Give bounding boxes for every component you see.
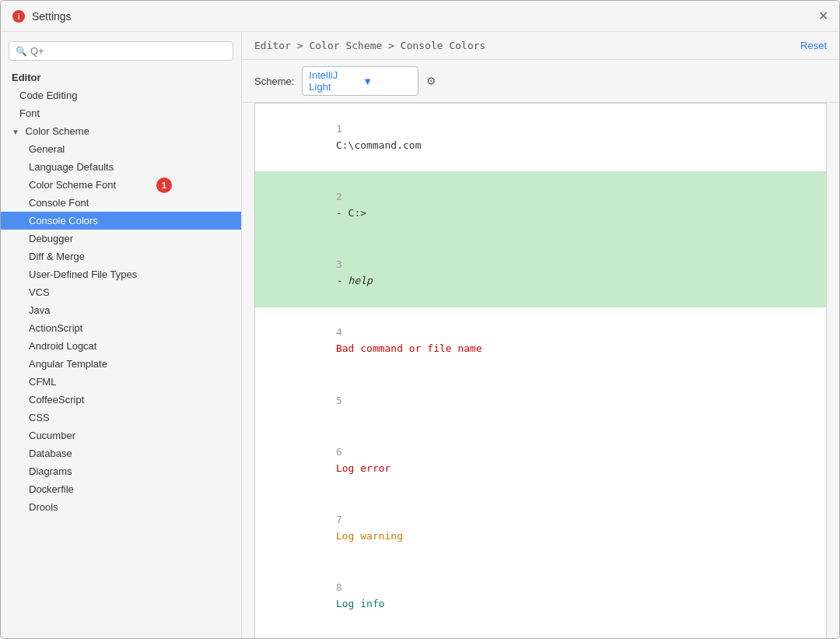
search-input[interactable]: [30, 45, 226, 57]
window-title: Settings: [32, 10, 72, 23]
line-num-1: 1: [336, 123, 342, 135]
sidebar-item-language-defaults[interactable]: Language Defaults: [1, 158, 241, 176]
main-area: Editor > Color Scheme > Console Colors R…: [242, 32, 839, 638]
sidebar-item-color-scheme-font[interactable]: Color Scheme Font 1: [1, 176, 241, 194]
sidebar-editor-header: Editor: [1, 68, 241, 86]
sidebar-item-css[interactable]: CSS: [1, 409, 241, 427]
line-num-4: 4: [336, 326, 342, 338]
search-icon: 🔍: [16, 46, 27, 57]
preview-line-4: 4 Bad command or file name: [255, 307, 826, 375]
sidebar-item-cucumber[interactable]: Cucumber: [1, 427, 241, 444]
preview-line-5: 5: [255, 375, 826, 427]
sidebar-item-console-font[interactable]: Console Font: [1, 194, 241, 212]
preview-line-6: 6 Log error: [255, 427, 826, 494]
app-icon: i: [12, 9, 26, 23]
preview-line-1: 1 C:\command.com: [255, 104, 826, 171]
breadcrumb: Editor > Color Scheme > Console Colors: [254, 40, 485, 51]
content-area: 🔍 Editor Code Editing Font ▼ Color Schem…: [1, 32, 839, 638]
sidebar-item-debugger[interactable]: Debugger: [1, 230, 241, 248]
sidebar-item-android-logcat[interactable]: Android Logcat: [1, 337, 241, 355]
sidebar-item-cfml[interactable]: CFML: [1, 373, 241, 391]
line-num-5: 5: [336, 395, 342, 406]
scheme-value: IntelliJ Light: [309, 69, 358, 93]
line-num-2: 2: [336, 191, 342, 202]
scheme-dropdown-arrow[interactable]: ▼: [362, 75, 411, 87]
line-content-4: Bad command or file name: [336, 342, 482, 354]
line-content-8: Log info: [336, 598, 385, 609]
title-bar: i Settings ✕: [1, 1, 839, 32]
reset-link[interactable]: Reset: [800, 40, 827, 51]
line-content-3: - help: [336, 275, 373, 286]
preview-line-9: 9 Log verbose: [255, 630, 826, 638]
preview-line-7: 7 Log warning: [255, 494, 826, 562]
line-num-7: 7: [336, 514, 342, 525]
sidebar-item-angular-template[interactable]: Angular Template: [1, 355, 241, 373]
sidebar-item-console-colors[interactable]: Console Colors: [1, 212, 241, 230]
line-num-3: 3: [336, 258, 342, 270]
preview-area: 1 C:\command.com 2 - C:> 3 - help 4 Bad …: [254, 103, 827, 638]
line-num-6: 6: [336, 446, 342, 458]
search-box[interactable]: 🔍: [9, 41, 233, 61]
sidebar: 🔍 Editor Code Editing Font ▼ Color Schem…: [1, 32, 242, 638]
gear-icon[interactable]: ⚙: [426, 75, 436, 87]
svg-text:i: i: [18, 12, 20, 21]
sidebar-item-dockerfile[interactable]: Dockerfile: [1, 480, 241, 498]
sidebar-item-user-defined[interactable]: User-Defined File Types: [1, 265, 241, 283]
line-content-6: Log error: [336, 462, 390, 474]
sidebar-item-actionscript[interactable]: ActionScript: [1, 319, 241, 337]
sidebar-item-java[interactable]: Java: [1, 301, 241, 319]
sidebar-item-font[interactable]: Font: [1, 104, 241, 122]
line-num-8: 8: [336, 581, 342, 593]
sidebar-item-diagrams[interactable]: Diagrams: [1, 462, 241, 480]
preview-line-3: 3 - help: [255, 239, 826, 307]
sidebar-item-vcs[interactable]: VCS: [1, 283, 241, 301]
settings-window: i Settings ✕ 🔍 Editor Code Editing Font …: [0, 0, 840, 639]
sidebar-item-diff-merge[interactable]: Diff & Merge: [1, 248, 241, 265]
preview-line-2: 2 - C:>: [255, 171, 826, 239]
scheme-select[interactable]: IntelliJ Light ▼: [302, 66, 418, 96]
sidebar-item-coffeescript[interactable]: CoffeeScript: [1, 391, 241, 409]
preview-line-8: 8 Log info: [255, 563, 826, 630]
scheme-label: Scheme:: [254, 75, 294, 87]
sidebar-item-color-scheme[interactable]: ▼ Color Scheme: [1, 122, 241, 140]
line-content-2: - C:>: [336, 207, 366, 219]
sidebar-item-drools[interactable]: Drools: [1, 498, 241, 516]
sidebar-item-code-editing[interactable]: Code Editing: [1, 86, 241, 104]
line-content-1: C:\command.com: [336, 139, 422, 151]
main-header: Editor > Color Scheme > Console Colors R…: [242, 32, 839, 60]
line-content-7: Log warning: [336, 530, 403, 542]
sidebar-item-database[interactable]: Database: [1, 444, 241, 462]
sidebar-item-general[interactable]: General: [1, 140, 241, 158]
scheme-bar: Scheme: IntelliJ Light ▼ ⚙: [242, 60, 839, 103]
close-button[interactable]: ✕: [818, 9, 828, 23]
